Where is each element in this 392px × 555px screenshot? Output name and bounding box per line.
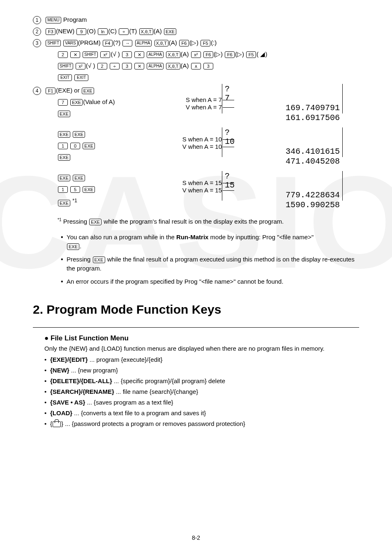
three-key: 3 — [122, 63, 132, 69]
step-number-2: 2 — [33, 28, 41, 36]
x2-key: x² — [191, 51, 201, 58]
xot-key: X,θ,T — [166, 63, 180, 69]
calc-labels-1: S when A = 7 V when A = 7 — [156, 96, 222, 111]
two-key: 2 — [58, 51, 68, 58]
menu-exe-edit: {EXE}/{EDIT} ... program {execute}/{edit… — [44, 355, 359, 364]
mult-key: ✕ — [134, 63, 144, 69]
file-list-heading: File List Function Menu — [44, 334, 359, 342]
section-heading: 2. Program Mode Function Keys — [33, 303, 359, 317]
alpha-key: ALPHA — [147, 63, 164, 69]
div-key: ÷ — [110, 63, 120, 69]
two-key: 2 — [97, 63, 107, 69]
menu-load: {LOAD} ... {converts a text file to a pr… — [44, 409, 359, 418]
step-2: 2 F3(NEW) 9(O) ln(C) ÷(T) X,θ,T(A) EXE — [33, 26, 359, 36]
f6-key: F6 — [203, 51, 213, 58]
f1-key: F1 — [46, 88, 55, 94]
f6-key: F6 — [225, 51, 235, 58]
x2-key: x² — [76, 63, 85, 69]
lock-icon — [53, 421, 61, 427]
exe-key: EXE — [58, 111, 70, 117]
exe-key: EXE — [73, 131, 85, 138]
step-4: 4 F1(EXE) or EXE — [33, 86, 156, 95]
shift-key: SHIFT — [83, 51, 98, 58]
file-list-menu: File List Function Menu Only the {NEW} a… — [44, 334, 359, 428]
step-number-1: 1 — [33, 16, 41, 24]
mult-key: ✕ — [134, 51, 144, 58]
exe-key: EXE — [58, 154, 70, 161]
step-3-line-1: 3 SHIFT VARS(PRGM) F4(?) → ALPHA X,θ,T(A… — [33, 38, 359, 48]
xot-key: X,θ,T — [154, 40, 168, 46]
three-key: 3 — [122, 51, 132, 58]
section-divider — [33, 327, 359, 328]
step-3-line-4: EXIT EXIT — [58, 72, 359, 82]
exe-key: EXE — [83, 186, 95, 193]
div-key: ÷ — [119, 28, 129, 35]
ln-key: ln — [98, 28, 108, 35]
three-key: 3 — [203, 63, 213, 69]
x2-key: x² — [100, 51, 110, 58]
seven-key: 7 — [58, 99, 68, 106]
exe-key: EXE — [58, 131, 70, 138]
zero-key: 0 — [70, 143, 80, 149]
menu-lock: {} ... {password protects a program or r… — [44, 419, 359, 428]
exe-key: EXE — [58, 200, 70, 206]
exe-key: EXE — [89, 219, 101, 225]
shift-key: SHIFT — [46, 40, 61, 46]
step-3-line-3: SHIFT x²(√ ) 2 ÷ 3 ✕ ALPHA X,θ,T(A) ∧ 3 — [58, 61, 359, 71]
calc-labels-3: S when A = 15 V when A = 15 — [156, 179, 222, 194]
exit-key: EXIT — [58, 74, 72, 81]
exe-key: EXE — [83, 143, 95, 149]
one-key: 1 — [58, 186, 68, 193]
step-1-label: Program — [63, 16, 87, 23]
step-number-4: 4 — [33, 87, 41, 95]
f3-key: F3 — [46, 28, 55, 35]
step-3-line-2: 2 ✕ SHIFT x²(√ ) 3 ✕ ALPHA X,θ,T(A) x² F… — [58, 49, 359, 59]
arrow-key: → — [122, 40, 132, 46]
menu-search: {SEARCH}/{RENAME} ... file name {search}… — [44, 387, 359, 396]
vars-key: VARS — [63, 40, 78, 46]
note-reexec: Pressing EXE while the final result of a… — [61, 255, 359, 273]
f6-key: F6 — [179, 40, 189, 46]
page-number: 8-2 — [0, 534, 392, 541]
exe-key: EXE — [93, 257, 105, 263]
f5-key: F5 — [246, 51, 256, 58]
calc-screen-3: ? 15 779.4228634 1590.990258 — [222, 171, 343, 201]
exe-key: EXE — [164, 28, 176, 35]
note-error: An error occurs if the program specified… — [61, 277, 359, 286]
exe-key: EXE — [73, 175, 85, 181]
calc-screen-2: ? 10 346.4101615 471.4045208 — [222, 127, 343, 157]
file-list-intro: Only the {NEW} and {LOAD} function menus… — [44, 345, 359, 352]
xot-key: X,θ,T — [139, 28, 153, 35]
calc-screen-1: ? 7 169.7409791 161.6917506 — [222, 84, 343, 113]
f4-key: F4 — [103, 40, 113, 46]
exe-key: EXE — [70, 99, 83, 106]
step-1: 1 MENU Program — [33, 15, 359, 25]
footnote-ref: *1 — [72, 198, 77, 204]
footnote: *1 Pressing EXE while the program's fina… — [58, 217, 359, 225]
exe-key: EXE — [82, 88, 94, 94]
notes-list: You can also run a program while in the … — [44, 233, 359, 286]
step-number-3: 3 — [33, 39, 41, 47]
exe-key: EXE — [58, 175, 70, 181]
nine-key: 9 — [76, 28, 86, 35]
xot-key: X,θ,T — [166, 51, 180, 58]
calc-labels-2: S when A = 10 V when A = 10 — [156, 136, 222, 150]
five-key: 5 — [70, 186, 80, 193]
exe-key: EXE — [67, 243, 79, 250]
one-key: 1 — [58, 143, 68, 149]
menu-delete: {DELETE}/{DEL-ALL} ... {specific program… — [44, 377, 359, 386]
exit-key: EXIT — [74, 74, 88, 81]
step-4-value: 7 EXE(Value of A) — [58, 97, 156, 107]
menu-save-as: {SAVE • AS} ... {saves program as a text… — [44, 398, 359, 407]
note-run-matrix: You can also run a program while in the … — [61, 233, 359, 251]
alpha-key: ALPHA — [147, 51, 164, 58]
menu-new: {NEW} ... {new program} — [44, 366, 359, 375]
alpha-key: ALPHA — [135, 40, 152, 46]
pow-key: ∧ — [191, 63, 201, 69]
f5-key: F5 — [201, 40, 210, 46]
shift-key: SHIFT — [58, 63, 73, 69]
mult-key: ✕ — [70, 51, 80, 58]
menu-key: MENU — [46, 17, 61, 23]
